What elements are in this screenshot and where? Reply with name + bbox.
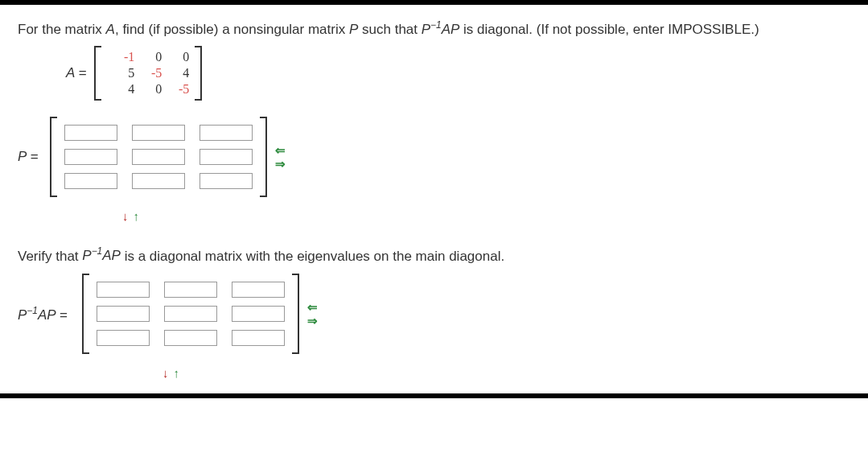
table-row <box>64 173 253 189</box>
bottom-border <box>0 393 868 398</box>
a31: 4 <box>107 81 134 97</box>
p-input-22[interactable] <box>132 149 185 165</box>
expr-pap: P−1AP <box>422 22 460 37</box>
matrix-A-bracket: -1 0 0 5 -5 4 4 0 -5 <box>94 46 202 101</box>
arrow-up-icon[interactable]: ↑ <box>134 210 140 222</box>
matrix-A-body: -1 0 0 5 -5 4 4 0 -5 <box>102 46 194 101</box>
prompt-text-1: For the matrix <box>18 22 106 37</box>
arrow-right-icon[interactable]: ⇒ <box>275 158 286 170</box>
arrow-left-icon[interactable]: ⇐ <box>275 144 286 156</box>
p-input-12[interactable] <box>132 125 185 141</box>
col-resize-arrows-2: ⇐ ⇒ <box>307 301 318 327</box>
P-input-section: P = <box>18 117 286 197</box>
PAP-matrix-body <box>90 274 291 354</box>
var-A: A <box>106 22 115 37</box>
d-input-13[interactable] <box>232 282 285 298</box>
prompt-text-4: is diagonal. (If not possible, enter IMP… <box>459 22 759 37</box>
bracket-right-icon <box>291 274 299 354</box>
bracket-left-icon <box>82 274 90 354</box>
P-label: P = <box>18 149 38 165</box>
bracket-left-icon <box>50 117 58 197</box>
matrix-A-label: A = <box>66 65 86 81</box>
table-row <box>97 330 285 346</box>
arrow-up-icon[interactable]: ↑ <box>174 367 180 379</box>
verify-expr: P−1AP <box>82 248 121 263</box>
p-input-21[interactable] <box>64 149 117 165</box>
d-input-11[interactable] <box>97 282 150 298</box>
verify-text-1: Verify that <box>18 248 82 263</box>
table-row <box>97 306 285 322</box>
col-resize-arrows: ⇐ ⇒ <box>275 144 286 170</box>
a13: 0 <box>162 49 189 65</box>
P-matrix-bracket <box>50 117 267 197</box>
d-input-32[interactable] <box>164 330 217 346</box>
matrix-A-display: A = -1 0 0 5 -5 4 4 0 -5 <box>66 46 850 101</box>
table-row <box>64 149 253 165</box>
var-P: P <box>349 22 358 37</box>
PAP-label: P−1AP = <box>18 305 68 323</box>
a11: -1 <box>107 49 134 65</box>
bracket-left-icon <box>94 46 102 101</box>
bracket-right-icon <box>194 46 202 101</box>
d-input-31[interactable] <box>97 330 150 346</box>
table-row <box>64 125 253 141</box>
p-input-23[interactable] <box>200 149 253 165</box>
d-input-22[interactable] <box>164 306 217 322</box>
arrow-left-icon[interactable]: ⇐ <box>307 301 318 313</box>
arrow-down-icon[interactable]: ↓ <box>122 210 129 222</box>
p-input-31[interactable] <box>64 173 117 189</box>
d-input-12[interactable] <box>164 282 217 298</box>
row-resize-arrows-PAP: ↓ ↑ <box>162 367 179 379</box>
a23: 4 <box>162 65 189 81</box>
content-area: For the matrix A, find (if possible) a n… <box>0 5 868 393</box>
PAP-input-section: P−1AP = <box>18 274 318 354</box>
d-input-33[interactable] <box>232 330 285 346</box>
p-input-11[interactable] <box>64 125 117 141</box>
arrow-right-icon[interactable]: ⇒ <box>307 315 318 327</box>
row-resize-arrows-P: ↓ ↑ <box>122 210 139 222</box>
p-input-33[interactable] <box>200 173 253 189</box>
bracket-right-icon <box>259 117 267 197</box>
d-input-23[interactable] <box>232 306 285 322</box>
a33: -5 <box>162 81 189 97</box>
P-matrix-body <box>58 117 259 197</box>
PAP-matrix-bracket <box>82 274 299 354</box>
prompt-text-2: , find (if possible) a nonsingular matri… <box>115 22 349 37</box>
a32: 0 <box>134 81 162 97</box>
verify-text-2: is a diagonal matrix with the eigenvalue… <box>121 248 504 263</box>
p-input-32[interactable] <box>132 173 185 189</box>
prompt-text-3: such that <box>358 22 421 37</box>
arrow-down-icon[interactable]: ↓ <box>162 367 169 379</box>
a12: 0 <box>134 49 162 65</box>
a21: 5 <box>107 65 134 81</box>
a22: -5 <box>134 65 162 81</box>
p-input-13[interactable] <box>200 125 253 141</box>
question-prompt: For the matrix A, find (if possible) a n… <box>18 19 850 38</box>
verify-prompt: Verify that P−1AP is a diagonal matrix w… <box>18 246 850 265</box>
table-row <box>97 282 285 298</box>
d-input-21[interactable] <box>97 306 150 322</box>
